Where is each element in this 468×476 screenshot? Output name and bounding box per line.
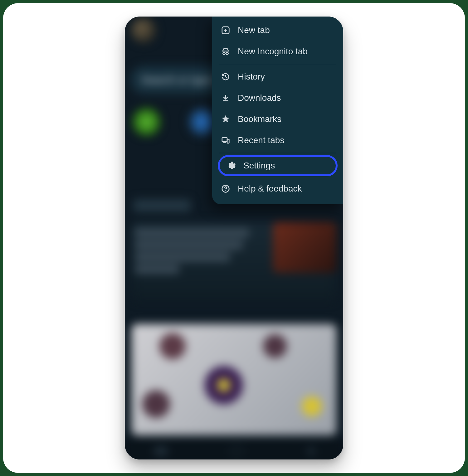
recents-button[interactable] xyxy=(154,446,168,456)
svg-rect-10 xyxy=(227,139,229,143)
instruction-card: Search or type URL xyxy=(3,3,465,473)
home-button[interactable] xyxy=(230,445,243,458)
help-icon xyxy=(221,184,230,193)
menu-label: History xyxy=(238,72,265,82)
shortcut-tile[interactable] xyxy=(132,108,161,136)
menu-divider xyxy=(219,153,336,153)
incognito-icon xyxy=(221,47,230,56)
menu-label: Bookmarks xyxy=(238,114,281,124)
svg-point-4 xyxy=(223,52,225,55)
gear-icon xyxy=(227,161,236,170)
history-icon xyxy=(221,72,230,81)
avatar xyxy=(131,18,157,43)
menu-label: New Incognito tab xyxy=(238,46,308,56)
svg-rect-8 xyxy=(222,138,227,142)
downloads-icon xyxy=(221,93,230,103)
svg-point-5 xyxy=(226,52,228,55)
menu-item-new-incognito[interactable]: New Incognito tab xyxy=(212,41,343,62)
overflow-menu: New tab New Incognito tab History xyxy=(212,17,343,204)
discover-heading xyxy=(134,199,191,212)
menu-item-bookmarks[interactable]: Bookmarks xyxy=(212,109,343,130)
article-thumbnail xyxy=(273,222,336,273)
menu-item-settings[interactable]: Settings xyxy=(218,155,338,176)
svg-point-12 xyxy=(225,190,226,191)
phone-frame: Search or type URL xyxy=(125,17,343,459)
menu-label: Settings xyxy=(243,161,275,171)
menu-label: Help & feedback xyxy=(238,184,302,194)
back-button[interactable] xyxy=(305,445,314,457)
article-image[interactable] xyxy=(132,324,337,435)
star-icon xyxy=(221,114,230,124)
menu-item-history[interactable]: History xyxy=(212,66,343,87)
menu-item-recent-tabs[interactable]: Recent tabs xyxy=(212,130,343,151)
menu-label: Recent tabs xyxy=(238,135,284,145)
menu-divider xyxy=(219,64,336,64)
menu-label: New tab xyxy=(238,25,270,35)
menu-item-downloads[interactable]: Downloads xyxy=(212,87,343,109)
android-navbar xyxy=(125,439,343,459)
menu-item-help-feedback[interactable]: Help & feedback xyxy=(212,178,343,199)
menu-item-new-tab[interactable]: New tab xyxy=(212,20,343,41)
menu-label: Downloads xyxy=(238,93,281,103)
plus-box-icon xyxy=(221,26,230,35)
article-card[interactable] xyxy=(132,222,337,302)
devices-icon xyxy=(221,136,230,145)
